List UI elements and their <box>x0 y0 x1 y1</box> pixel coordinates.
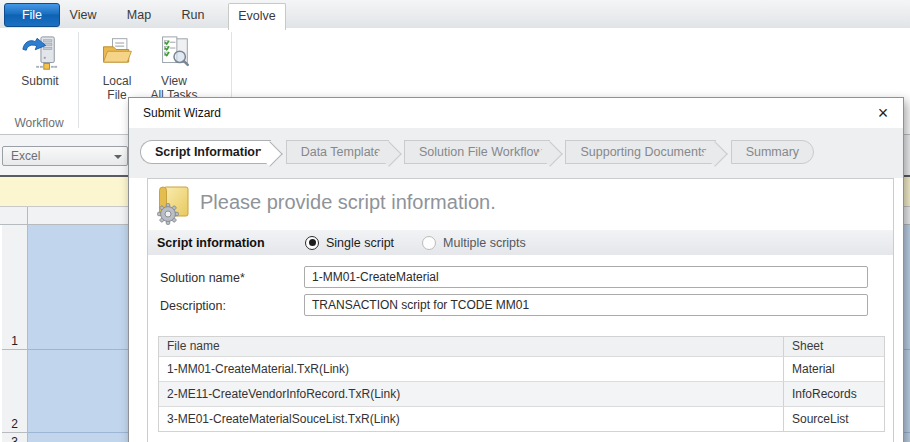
view-all-tasks-button[interactable]: View All Tasks <box>146 34 202 102</box>
step-summary[interactable]: Summary <box>731 140 814 164</box>
sheet-cell: Material <box>783 356 884 381</box>
submit-button-label: Submit <box>21 74 58 88</box>
row-number-column: 1 2 3 <box>2 225 28 442</box>
tab-run[interactable]: Run <box>170 3 216 27</box>
column-header-file-name: File name <box>159 337 783 356</box>
app-window: File View Map Run Evolve <box>0 0 910 442</box>
file-name-cell: 2-ME11-CreateVendorInfoRecord.TxR(Link) <box>159 381 783 406</box>
chevron-down-icon <box>114 155 122 159</box>
description-input[interactable] <box>304 294 868 316</box>
wizard-heading: Please provide script information. <box>200 191 496 214</box>
files-table: File name Sheet 1-MM01-CreateMaterial.Tx… <box>158 336 885 432</box>
task-list-magnifier-icon <box>155 34 193 74</box>
step-solution-file-workflow[interactable]: Solution File Workflow <box>404 140 550 164</box>
tab-file[interactable]: File <box>4 3 60 27</box>
excel-dropdown[interactable]: Excel <box>2 146 128 166</box>
excel-dropdown-value: Excel <box>11 149 40 163</box>
table-row[interactable]: 1-MM01-CreateMaterial.TxR(Link) Material <box>159 356 884 381</box>
folder-icon <box>99 34 135 74</box>
description-label: Description: <box>160 299 226 313</box>
solution-name-input[interactable] <box>304 266 868 288</box>
wizard-steps: Script Information Data Template Solutio… <box>140 140 814 164</box>
sheet-cell: SourceList <box>783 406 884 431</box>
tab-evolve[interactable]: Evolve <box>228 3 286 30</box>
table-row[interactable]: 2-ME11-CreateVendorInfoRecord.TxR(Link) … <box>159 381 884 406</box>
single-script-radio[interactable] <box>305 236 319 250</box>
submit-server-icon <box>21 34 59 74</box>
wizard-step-strip: Script Information Data Template Solutio… <box>129 128 903 178</box>
dialog-title: Submit Wizard <box>143 98 221 128</box>
step-supporting-documents[interactable]: Supporting Documents <box>565 140 715 164</box>
file-name-cell: 3-ME01-CreateMaterialSouceList.TxR(Link) <box>159 406 783 431</box>
multiple-scripts-radio[interactable] <box>422 236 436 250</box>
local-file-button[interactable]: Local File <box>92 34 142 102</box>
row-header-2[interactable]: 2 <box>2 350 27 433</box>
script-information-section-bar: Script information Single script Multipl… <box>148 230 893 255</box>
sheet-cell: InfoRecords <box>783 381 884 406</box>
step-script-information[interactable]: Script Information <box>140 140 271 164</box>
submit-button[interactable]: Submit <box>10 34 70 88</box>
step-data-template[interactable]: Data Template <box>286 140 389 164</box>
grid-select-all-corner[interactable] <box>2 207 28 224</box>
tab-map[interactable]: Map <box>116 3 162 27</box>
row-header-1[interactable]: 1 <box>2 225 27 350</box>
file-name-cell: 1-MM01-CreateMaterial.TxR(Link) <box>159 356 783 381</box>
local-file-label-line1: Local <box>103 74 132 88</box>
submit-wizard-dialog: Submit Wizard × Script Information Data … <box>128 97 904 442</box>
ribbon-group-label: Workflow <box>0 116 78 130</box>
ribbon-tab-bar: File View Map Run Evolve <box>0 0 910 29</box>
section-label: Script information <box>157 236 305 250</box>
ribbon-group-separator <box>78 32 79 128</box>
files-table-header: File name Sheet <box>159 337 884 356</box>
view-all-tasks-label-line1: View <box>161 74 187 88</box>
tab-view[interactable]: View <box>60 3 106 27</box>
script-scroll-gear-icon <box>154 184 196 230</box>
single-script-label: Single script <box>326 236 394 250</box>
table-row[interactable]: 3-ME01-CreateMaterialSouceList.TxR(Link)… <box>159 406 884 431</box>
column-header-sheet: Sheet <box>783 337 884 356</box>
wizard-content-panel: Please provide script information. Scrip… <box>147 178 894 442</box>
local-file-label-line2: File <box>107 88 126 102</box>
row-header-3[interactable]: 3 <box>2 435 27 442</box>
close-icon[interactable]: × <box>871 101 895 125</box>
multiple-scripts-label: Multiple scripts <box>443 236 526 250</box>
solution-name-label: Solution name* <box>160 271 245 285</box>
